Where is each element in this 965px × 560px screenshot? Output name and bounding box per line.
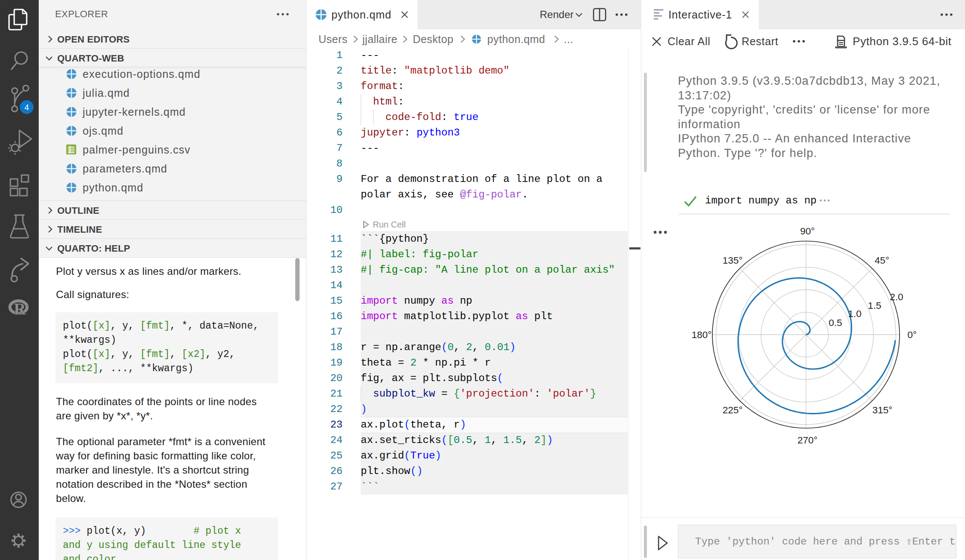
svg-text:225°: 225° — [723, 405, 743, 415]
svg-text:1.0: 1.0 — [848, 308, 861, 319]
svg-text:2.0: 2.0 — [890, 292, 903, 302]
svg-text:1.5: 1.5 — [868, 300, 881, 311]
svg-text:45°: 45° — [875, 255, 889, 266]
svg-text:270°: 270° — [798, 435, 818, 446]
svg-text:315°: 315° — [872, 405, 893, 415]
svg-text:135°: 135° — [723, 255, 743, 266]
svg-text:0°: 0° — [907, 329, 917, 340]
svg-text:0.5: 0.5 — [829, 317, 842, 328]
svg-text:90°: 90° — [800, 226, 815, 237]
svg-text:4: 4 — [25, 103, 29, 112]
svg-text:R: R — [14, 300, 26, 318]
svg-text:180°: 180° — [692, 329, 712, 340]
